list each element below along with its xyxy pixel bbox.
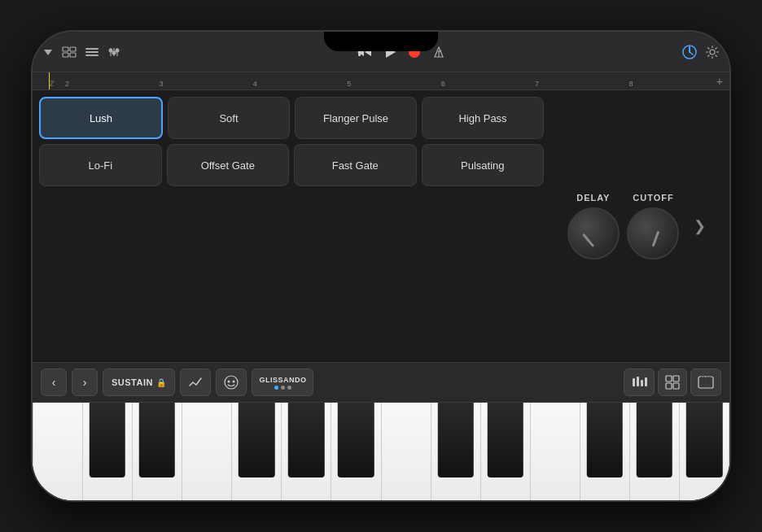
notes-icon xyxy=(631,375,647,390)
svg-rect-6 xyxy=(85,51,99,53)
svg-rect-7 xyxy=(85,55,99,56)
ruler-mark-4: 4 xyxy=(253,80,347,88)
cutoff-knob[interactable] xyxy=(627,207,679,259)
svg-rect-40 xyxy=(703,377,705,383)
key-f4[interactable] xyxy=(531,403,580,502)
delay-group: DELAY xyxy=(567,193,620,259)
svg-rect-2 xyxy=(70,47,76,51)
ruler-mark-3: 3 xyxy=(159,80,252,88)
next-controls-button[interactable]: ❯ xyxy=(687,211,712,242)
next-button[interactable]: › xyxy=(72,368,98,396)
svg-rect-33 xyxy=(645,377,647,386)
key-fs3[interactable] xyxy=(239,403,275,477)
metronome-icon[interactable] xyxy=(432,46,445,59)
key-as3[interactable] xyxy=(338,403,374,477)
key-c3[interactable]: C3 xyxy=(33,403,83,502)
notch xyxy=(324,32,438,51)
key-fs4[interactable] xyxy=(587,403,624,477)
key-as4[interactable] xyxy=(686,403,723,477)
delay-label: DELAY xyxy=(576,193,610,203)
dropdown-icon[interactable] xyxy=(42,46,54,58)
keyboard-options xyxy=(624,368,721,396)
glissando-button[interactable]: GLISSANDO xyxy=(252,368,313,396)
grid-icon-button[interactable] xyxy=(658,368,687,396)
svg-rect-38 xyxy=(698,377,713,388)
controls-section: DELAY CUTOFF ❯ xyxy=(550,90,729,362)
key-gs3[interactable] xyxy=(288,403,325,477)
gdot-3 xyxy=(287,386,291,390)
cutoff-label: CUTOFF xyxy=(633,193,673,203)
mixer-icon[interactable] xyxy=(107,46,120,58)
presets-row-1: Lush Soft Flanger Pulse High Pass xyxy=(39,97,544,139)
gdot-2 xyxy=(281,386,285,390)
lock-icon: 🔒 xyxy=(156,378,167,387)
keyboard-icon xyxy=(698,376,714,389)
prev-button[interactable]: ‹ xyxy=(41,368,67,396)
svg-rect-42 xyxy=(709,377,711,383)
key-ds4[interactable] xyxy=(487,403,523,477)
svg-point-27 xyxy=(225,376,238,389)
cutoff-group: CUTOFF xyxy=(627,193,679,259)
ruler: ℤ 2 3 4 5 6 7 8 + xyxy=(33,72,729,90)
glissando-label: GLISSANDO xyxy=(259,376,306,384)
svg-point-13 xyxy=(116,48,120,52)
white-keys: C3 C4 xyxy=(33,403,729,502)
preset-soft[interactable]: Soft xyxy=(168,97,290,139)
chord-button[interactable] xyxy=(216,368,247,396)
svg-rect-39 xyxy=(701,377,703,383)
key-cs4[interactable] xyxy=(437,403,474,477)
next-icon: › xyxy=(83,376,87,389)
svg-rect-34 xyxy=(666,376,672,382)
prev-icon: ‹ xyxy=(52,376,56,389)
smart-controls-icon[interactable] xyxy=(682,45,697,59)
sustain-label: SUSTAIN xyxy=(112,377,153,387)
keyboard-icon-button[interactable] xyxy=(690,368,721,396)
delay-knob[interactable] xyxy=(567,207,620,259)
preset-lush[interactable]: Lush xyxy=(39,97,163,139)
svg-point-12 xyxy=(112,50,116,55)
notes-icon-button[interactable] xyxy=(624,368,655,396)
toolbar-right xyxy=(682,45,720,59)
svg-rect-37 xyxy=(673,383,679,389)
toolbar-left xyxy=(42,46,120,58)
key-cs3[interactable] xyxy=(89,403,125,477)
svg-point-29 xyxy=(233,381,235,383)
svg-point-28 xyxy=(228,381,230,383)
preset-offset-gate[interactable]: Offset Gate xyxy=(167,144,290,186)
preset-flanger-pulse-label: Flanger Pulse xyxy=(323,112,388,124)
ruler-mark-2: 2 xyxy=(65,80,159,88)
svg-rect-3 xyxy=(63,53,68,57)
preset-pulsating[interactable]: Pulsating xyxy=(422,144,545,186)
ruler-mark-7: 7 xyxy=(535,80,628,88)
track-view-icon[interactable] xyxy=(62,46,77,58)
add-track-button[interactable]: + xyxy=(716,75,723,88)
svg-point-25 xyxy=(710,50,715,55)
svg-rect-4 xyxy=(70,53,76,57)
preset-lush-label: Lush xyxy=(90,112,112,124)
preset-fast-gate-label: Fast Gate xyxy=(332,159,379,172)
list-icon[interactable] xyxy=(85,46,99,58)
key-ds3[interactable] xyxy=(139,403,176,477)
sustain-button[interactable]: SUSTAIN 🔒 xyxy=(103,368,175,396)
svg-line-24 xyxy=(690,52,693,55)
arp-button[interactable] xyxy=(180,368,211,396)
preset-lo-fi[interactable]: Lo-Fi xyxy=(39,144,162,186)
preset-high-pass-label: High Pass xyxy=(458,112,506,124)
preset-soft-label: Soft xyxy=(219,112,238,124)
ruler-marks: ℤ 2 3 4 5 6 7 8 xyxy=(39,72,723,89)
key-c4[interactable]: C4 xyxy=(382,403,431,502)
key-gs4[interactable] xyxy=(637,403,673,477)
keyboard-section: C3 C4 xyxy=(33,403,729,502)
chord-icon xyxy=(223,374,239,390)
preset-high-pass[interactable]: High Pass xyxy=(422,97,544,139)
key-f3[interactable] xyxy=(182,403,232,502)
glissando-dots xyxy=(274,386,291,390)
grid-icon xyxy=(665,375,680,390)
svg-rect-30 xyxy=(633,378,635,386)
preset-flanger-pulse[interactable]: Flanger Pulse xyxy=(295,97,417,139)
phone-frame: ℤ 2 3 4 5 6 7 8 + Lush Soft Flanger Puls… xyxy=(31,30,731,502)
settings-icon[interactable] xyxy=(705,45,720,59)
piano: C3 C4 xyxy=(33,403,729,502)
preset-fast-gate[interactable]: Fast Gate xyxy=(294,144,417,186)
presets-section: Lush Soft Flanger Pulse High Pass Lo-Fi … xyxy=(33,90,550,362)
